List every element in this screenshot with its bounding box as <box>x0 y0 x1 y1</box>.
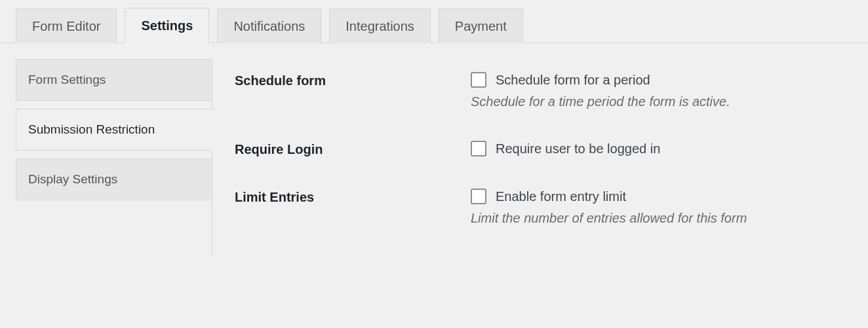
schedule-form-description: Schedule for a time period the form is a… <box>471 94 852 109</box>
row-limit-entries: Limit Entries Enable form entry limit Li… <box>235 189 852 226</box>
sidebar-item-submission-restriction[interactable]: Submission Restriction <box>16 109 212 151</box>
limit-entries-checkbox[interactable] <box>471 189 486 204</box>
schedule-form-checkbox-label: Schedule form for a period <box>496 73 650 88</box>
row-require-login: Require Login Require user to be logged … <box>235 141 852 157</box>
require-login-checkbox[interactable] <box>471 141 486 156</box>
sidebar-item-form-settings[interactable]: Form Settings <box>16 59 212 101</box>
schedule-form-checkbox[interactable] <box>471 72 486 88</box>
schedule-form-heading: Schedule form <box>235 72 471 88</box>
require-login-checkbox-label: Require user to be logged in <box>496 141 660 156</box>
limit-entries-heading: Limit Entries <box>235 189 471 205</box>
tab-notifications[interactable]: Notifications <box>217 9 321 43</box>
limit-entries-description: Limit the number of entries allowed for … <box>471 211 852 226</box>
tab-integrations[interactable]: Integrations <box>329 9 431 43</box>
main-area: Form Settings Submission Restriction Dis… <box>0 43 868 257</box>
require-login-heading: Require Login <box>235 141 471 157</box>
settings-sidebar: Form Settings Submission Restriction Dis… <box>16 59 212 257</box>
limit-entries-checkbox-label: Enable form entry limit <box>496 189 626 204</box>
top-tabs: Form Editor Settings Notifications Integ… <box>0 0 868 43</box>
row-schedule-form: Schedule form Schedule form for a period… <box>235 72 852 109</box>
tab-payment[interactable]: Payment <box>439 9 523 43</box>
settings-content: Schedule form Schedule form for a period… <box>212 59 868 257</box>
tab-form-editor[interactable]: Form Editor <box>16 9 117 43</box>
sidebar-item-display-settings[interactable]: Display Settings <box>16 158 212 200</box>
tab-settings[interactable]: Settings <box>125 8 209 43</box>
